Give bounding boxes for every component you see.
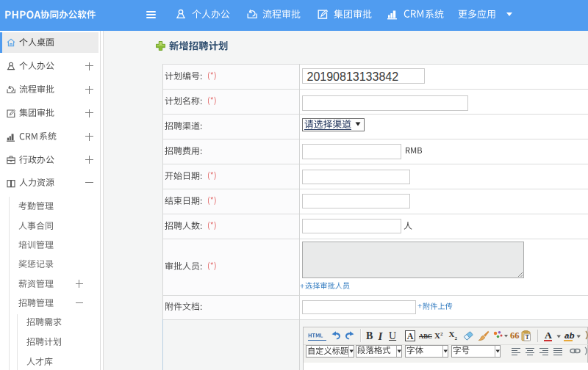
svg-text:T: T <box>526 334 529 341</box>
